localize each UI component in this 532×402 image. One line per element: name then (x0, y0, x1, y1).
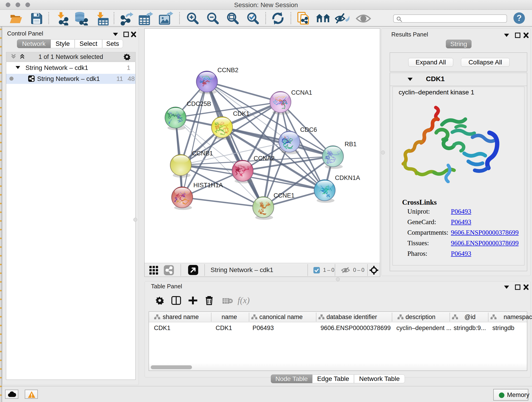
svg-text:CDK1: CDK1 (233, 110, 249, 117)
svg-text:CCNB2: CCNB2 (217, 67, 239, 74)
svg-text:CCNA2: CCNA2 (254, 155, 275, 162)
svg-text:CDC6: CDC6 (300, 126, 317, 133)
svg-text:CCNA1: CCNA1 (291, 89, 312, 96)
svg-text:HIST1H1A: HIST1H1A (193, 182, 223, 189)
svg-text:CDC25B: CDC25B (187, 100, 211, 107)
svg-text:?: ? (517, 13, 522, 23)
svg-text:CCNB1: CCNB1 (192, 150, 213, 157)
svg-text:RB1: RB1 (345, 141, 357, 148)
svg-text:CCNE1: CCNE1 (273, 192, 295, 199)
svg-text:CDKN1A: CDKN1A (335, 174, 360, 181)
